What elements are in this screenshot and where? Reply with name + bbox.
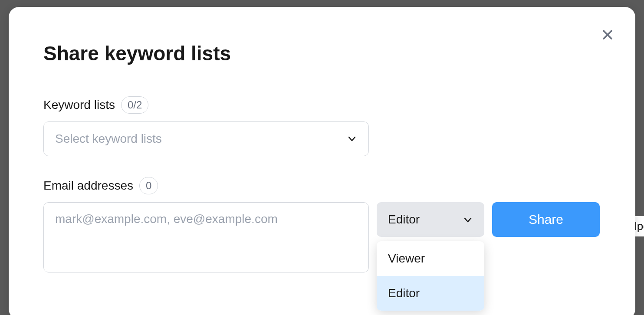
email-input-row: Editor Viewer Editor Share <box>43 202 601 272</box>
keyword-lists-label-row: Keyword lists 0/2 <box>43 96 601 114</box>
close-button[interactable] <box>599 26 616 43</box>
chevron-down-icon <box>347 134 357 144</box>
role-option-viewer[interactable]: Viewer <box>377 241 484 276</box>
role-dropdown-wrapper: Editor Viewer Editor <box>377 202 484 237</box>
email-label-row: Email addresses 0 <box>43 177 601 194</box>
email-input[interactable] <box>43 202 369 272</box>
keyword-lists-count-badge: 0/2 <box>121 96 148 114</box>
role-option-editor[interactable]: Editor <box>377 276 484 311</box>
close-icon <box>600 27 615 43</box>
role-dropdown-menu: Viewer Editor <box>377 241 484 311</box>
email-count-badge: 0 <box>139 177 158 194</box>
modal-title: Share keyword lists <box>43 42 601 65</box>
keyword-lists-label: Keyword lists <box>43 98 115 112</box>
keyword-lists-placeholder: Select keyword lists <box>55 132 162 146</box>
chevron-down-icon <box>463 214 473 225</box>
role-select[interactable]: Editor <box>377 202 484 237</box>
keyword-lists-field: Keyword lists 0/2 Select keyword lists <box>43 96 601 156</box>
share-modal: Share keyword lists Keyword lists 0/2 Se… <box>9 7 635 315</box>
share-button[interactable]: Share <box>492 202 600 237</box>
role-selected-label: Editor <box>388 213 420 226</box>
email-field: Email addresses 0 Editor Viewer Editor S… <box>43 177 601 272</box>
email-label: Email addresses <box>43 179 133 193</box>
keyword-lists-select[interactable]: Select keyword lists <box>43 121 369 156</box>
